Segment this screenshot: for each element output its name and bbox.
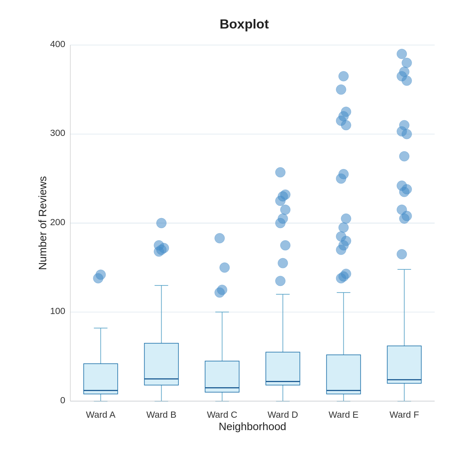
svg-point-86 <box>397 249 407 259</box>
svg-text:Ward C: Ward C <box>207 409 238 420</box>
svg-text:Ward B: Ward B <box>146 409 176 420</box>
svg-text:0: 0 <box>60 395 65 405</box>
svg-point-78 <box>341 107 351 117</box>
svg-text:Ward D: Ward D <box>268 409 298 420</box>
svg-text:200: 200 <box>50 217 65 227</box>
svg-text:Ward E: Ward E <box>328 409 359 420</box>
svg-point-96 <box>399 120 409 130</box>
svg-rect-47 <box>266 352 300 385</box>
svg-point-99 <box>399 67 409 77</box>
svg-point-54 <box>281 205 290 215</box>
svg-point-24 <box>96 270 106 280</box>
svg-point-89 <box>397 205 407 215</box>
svg-point-50 <box>278 258 288 268</box>
svg-point-57 <box>281 190 290 200</box>
svg-text:Number of Reviews: Number of Reviews <box>37 176 49 270</box>
svg-point-53 <box>278 214 288 224</box>
svg-text:400: 400 <box>50 40 65 49</box>
svg-point-80 <box>338 71 348 81</box>
svg-point-33 <box>154 240 164 250</box>
svg-point-43 <box>215 233 225 243</box>
svg-point-49 <box>275 276 285 286</box>
svg-point-92 <box>397 181 407 190</box>
chart-container: Boxplot 0100200300400Number of ReviewsNe… <box>0 0 476 476</box>
svg-point-101 <box>397 49 407 59</box>
svg-point-66 <box>341 269 351 279</box>
svg-rect-21 <box>83 364 117 394</box>
svg-point-34 <box>157 218 167 228</box>
svg-point-71 <box>338 223 348 233</box>
svg-point-41 <box>217 285 227 295</box>
chart-title: Boxplot <box>219 17 269 32</box>
svg-point-100 <box>402 58 412 68</box>
svg-point-42 <box>220 263 230 273</box>
svg-rect-62 <box>326 355 360 394</box>
svg-point-58 <box>275 167 285 177</box>
svg-text:100: 100 <box>50 306 65 316</box>
svg-point-70 <box>336 231 346 241</box>
svg-point-74 <box>338 169 348 179</box>
svg-text:Ward A: Ward A <box>86 409 116 420</box>
svg-point-72 <box>341 214 351 224</box>
chart-body: 0100200300400Number of ReviewsNeighborho… <box>37 40 451 435</box>
boxplot-svg: 0100200300400Number of ReviewsNeighborho… <box>37 40 451 435</box>
svg-point-79 <box>336 85 346 95</box>
svg-point-93 <box>399 151 409 161</box>
svg-text:300: 300 <box>50 128 65 138</box>
svg-text:Ward F: Ward F <box>390 409 419 420</box>
svg-point-51 <box>281 240 290 250</box>
svg-rect-84 <box>387 346 421 383</box>
svg-text:Neighborhood: Neighborhood <box>219 420 286 433</box>
